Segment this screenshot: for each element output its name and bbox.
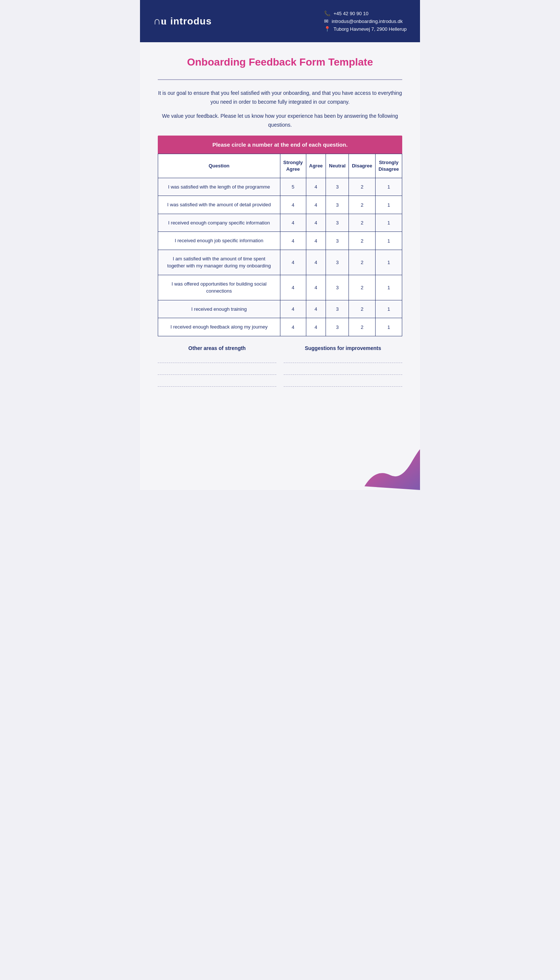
disagree-cell-6: 2 xyxy=(349,275,375,300)
agree-cell-8: 4 xyxy=(306,318,326,336)
logo-icon: ∩u xyxy=(153,15,167,27)
neutral-cell-5: 3 xyxy=(326,250,349,275)
question-cell-7: I received enough training xyxy=(158,300,280,318)
agree-cell-4: 4 xyxy=(306,232,326,250)
strongly-disagree-cell-8: 1 xyxy=(375,318,402,336)
contact-email-row: ✉ introdus@onboarding.introdus.dk xyxy=(324,18,407,24)
col-agree: Agree xyxy=(306,154,326,178)
agree-cell-6: 4 xyxy=(306,275,326,300)
strongly-disagree-cell-4: 1 xyxy=(375,232,402,250)
strongly-disagree-cell-6: 1 xyxy=(375,275,402,300)
header: ∩u introdus 📞 +45 42 90 90 10 ✉ introdus… xyxy=(140,0,420,42)
question-cell-6: I was offered opportunities for building… xyxy=(158,275,280,300)
question-cell-8: I received enough feedback along my jour… xyxy=(158,318,280,336)
table-header-row: Question StronglyAgree Agree Neutral Dis… xyxy=(158,154,402,178)
neutral-cell-4: 3 xyxy=(326,232,349,250)
intro-paragraph-1: It is our goal to ensure that you feel s… xyxy=(158,89,402,107)
neutral-cell-3: 3 xyxy=(326,214,349,232)
question-cell-2: I was satisfied with the amount of detai… xyxy=(158,196,280,214)
feedback-table: Question StronglyAgree Agree Neutral Dis… xyxy=(158,154,402,336)
footer-decoration xyxy=(346,445,420,490)
disagree-cell-8: 2 xyxy=(349,318,375,336)
instruction-banner: Please circle a number at the end of eac… xyxy=(158,135,402,154)
write-line-3 xyxy=(158,378,276,387)
strongly-agree-cell-1: 5 xyxy=(280,178,306,196)
page: ∩u introdus 📞 +45 42 90 90 10 ✉ introdus… xyxy=(140,0,420,490)
disagree-cell-1: 2 xyxy=(349,178,375,196)
strongly-disagree-cell-5: 1 xyxy=(375,250,402,275)
contact-info: 📞 +45 42 90 90 10 ✉ introdus@onboarding.… xyxy=(324,10,407,32)
table-row: I was satisfied with the length of the p… xyxy=(158,178,402,196)
contact-phone: +45 42 90 90 10 xyxy=(333,11,368,16)
write-line-5 xyxy=(284,367,402,375)
main-content: Onboarding Feedback Form Template It is … xyxy=(140,42,420,405)
logo-text: introdus xyxy=(170,15,212,27)
disagree-cell-3: 2 xyxy=(349,214,375,232)
contact-address: Tuborg Havnevej 7, 2900 Hellerup xyxy=(333,26,407,32)
agree-cell-1: 4 xyxy=(306,178,326,196)
other-strengths-col: Other areas of strength xyxy=(158,345,276,390)
strongly-agree-cell-4: 4 xyxy=(280,232,306,250)
strongly-disagree-cell-2: 1 xyxy=(375,196,402,214)
strongly-agree-cell-2: 4 xyxy=(280,196,306,214)
bottom-section: Other areas of strength Suggestions for … xyxy=(158,345,402,390)
form-title: Onboarding Feedback Form Template xyxy=(158,55,402,69)
table-row: I received enough training 4 4 3 2 1 xyxy=(158,300,402,318)
neutral-cell-8: 3 xyxy=(326,318,349,336)
write-line-2 xyxy=(158,367,276,375)
strongly-disagree-cell-1: 1 xyxy=(375,178,402,196)
contact-address-row: 📍 Tuborg Havnevej 7, 2900 Hellerup xyxy=(324,26,407,32)
intro-text: It is our goal to ensure that you feel s… xyxy=(158,89,402,129)
col-neutral: Neutral xyxy=(326,154,349,178)
phone-icon: 📞 xyxy=(324,10,330,16)
strongly-disagree-cell-7: 1 xyxy=(375,300,402,318)
logo-area: ∩u introdus xyxy=(153,15,212,27)
col-strongly-disagree: StronglyDisagree xyxy=(375,154,402,178)
table-row: I was offered opportunities for building… xyxy=(158,275,402,300)
strongly-agree-cell-7: 4 xyxy=(280,300,306,318)
write-line-4 xyxy=(284,355,402,363)
question-cell-5: I am satisfied with the amount of time s… xyxy=(158,250,280,275)
table-row: I am satisfied with the amount of time s… xyxy=(158,250,402,275)
intro-paragraph-2: We value your feedback. Please let us kn… xyxy=(158,112,402,130)
location-icon: 📍 xyxy=(324,26,330,32)
question-cell-3: I received enough company specific infor… xyxy=(158,214,280,232)
table-row: I received enough feedback along my jour… xyxy=(158,318,402,336)
table-row: I received enough company specific infor… xyxy=(158,214,402,232)
neutral-cell-1: 3 xyxy=(326,178,349,196)
agree-cell-3: 4 xyxy=(306,214,326,232)
col-strongly-agree: StronglyAgree xyxy=(280,154,306,178)
neutral-cell-7: 3 xyxy=(326,300,349,318)
strongly-agree-cell-6: 4 xyxy=(280,275,306,300)
disagree-cell-7: 2 xyxy=(349,300,375,318)
strongly-disagree-cell-3: 1 xyxy=(375,214,402,232)
agree-cell-5: 4 xyxy=(306,250,326,275)
question-cell-1: I was satisfied with the length of the p… xyxy=(158,178,280,196)
suggestions-col: Suggestions for improvements xyxy=(284,345,402,390)
contact-phone-row: 📞 +45 42 90 90 10 xyxy=(324,10,407,16)
other-strengths-label: Other areas of strength xyxy=(158,345,276,351)
agree-cell-7: 4 xyxy=(306,300,326,318)
email-icon: ✉ xyxy=(324,18,328,24)
write-line-1 xyxy=(158,355,276,363)
title-divider xyxy=(158,79,402,80)
question-cell-4: I received enough job specific informati… xyxy=(158,232,280,250)
contact-email: introdus@onboarding.introdus.dk xyxy=(332,18,403,24)
disagree-cell-4: 2 xyxy=(349,232,375,250)
agree-cell-2: 4 xyxy=(306,196,326,214)
col-disagree: Disagree xyxy=(349,154,375,178)
suggestions-label: Suggestions for improvements xyxy=(284,345,402,351)
neutral-cell-2: 3 xyxy=(326,196,349,214)
table-row: I received enough job specific informati… xyxy=(158,232,402,250)
strongly-agree-cell-5: 4 xyxy=(280,250,306,275)
neutral-cell-6: 3 xyxy=(326,275,349,300)
strongly-agree-cell-8: 4 xyxy=(280,318,306,336)
strongly-agree-cell-3: 4 xyxy=(280,214,306,232)
table-row: I was satisfied with the amount of detai… xyxy=(158,196,402,214)
disagree-cell-5: 2 xyxy=(349,250,375,275)
disagree-cell-2: 2 xyxy=(349,196,375,214)
col-question: Question xyxy=(158,154,280,178)
write-line-6 xyxy=(284,378,402,387)
